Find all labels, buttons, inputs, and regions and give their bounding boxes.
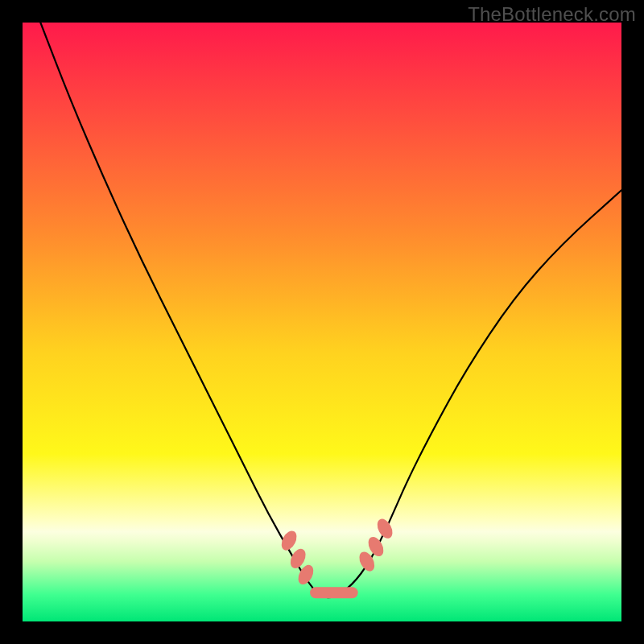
chart-svg (23, 23, 621, 621)
svg-rect-0 (23, 23, 621, 621)
chart-frame: TheBottleneck.com (0, 0, 644, 644)
chart-plot-area (23, 23, 621, 621)
valley-bar (310, 587, 358, 598)
